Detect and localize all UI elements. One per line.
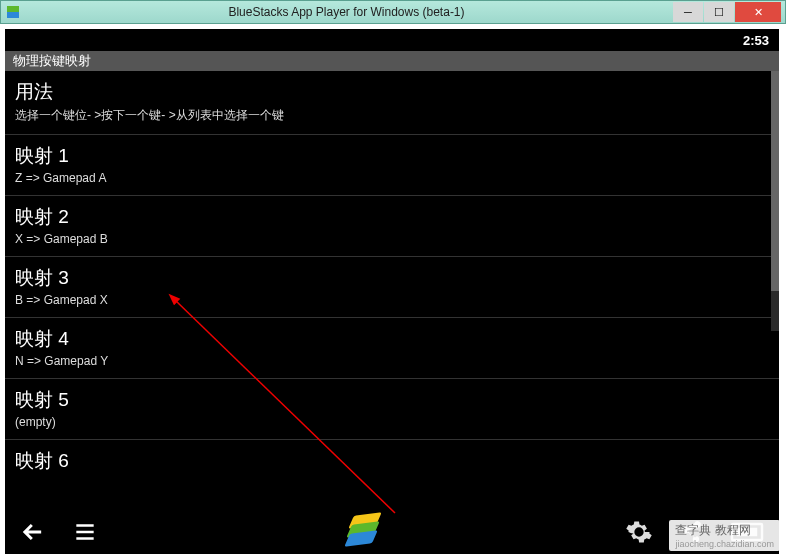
- mapping-title: 映射 2: [15, 204, 769, 230]
- mapping-row[interactable]: 映射 4 N => Gamepad Y: [5, 318, 779, 379]
- home-button[interactable]: [346, 516, 378, 548]
- close-button[interactable]: ✕: [735, 2, 781, 22]
- scrollbar[interactable]: [771, 71, 779, 331]
- mapping-title: 映射 1: [15, 143, 769, 169]
- clock: 2:53: [743, 33, 769, 48]
- mapping-title: 映射 3: [15, 265, 769, 291]
- mapping-subtitle: X => Gamepad B: [15, 232, 769, 246]
- mapping-row[interactable]: 映射 6: [5, 440, 779, 478]
- window-title: BlueStacks App Player for Windows (beta-…: [21, 5, 672, 19]
- mapping-title: 映射 4: [15, 326, 769, 352]
- usage-title: 用法: [15, 79, 769, 105]
- mapping-title: 映射 5: [15, 387, 769, 413]
- usage-item[interactable]: 用法 选择一个键位- >按下一个键- >从列表中选择一个键: [5, 71, 779, 135]
- settings-button[interactable]: [623, 516, 655, 548]
- mapping-row[interactable]: 映射 5 (empty): [5, 379, 779, 440]
- mapping-subtitle: (empty): [15, 415, 769, 429]
- section-header: 物理按键映射: [5, 51, 779, 71]
- window-titlebar: BlueStacks App Player for Windows (beta-…: [0, 0, 786, 24]
- svg-rect-1: [7, 12, 19, 18]
- mapping-list[interactable]: 用法 选择一个键位- >按下一个键- >从列表中选择一个键 映射 1 Z => …: [5, 71, 779, 509]
- menu-button[interactable]: [69, 516, 101, 548]
- bottom-toolbar: [5, 509, 779, 554]
- scrollbar-thumb[interactable]: [771, 71, 779, 291]
- mapping-row[interactable]: 映射 2 X => Gamepad B: [5, 196, 779, 257]
- watermark-text: 查字典 教程网: [675, 523, 750, 537]
- watermark: 查字典 教程网 jiaocheng.chazidian.com: [669, 520, 780, 551]
- mapping-row[interactable]: 映射 1 Z => Gamepad A: [5, 135, 779, 196]
- back-button[interactable]: [17, 516, 49, 548]
- mapping-subtitle: Z => Gamepad A: [15, 171, 769, 185]
- watermark-url: jiaocheng.chazidian.com: [675, 539, 774, 549]
- usage-subtitle: 选择一个键位- >按下一个键- >从列表中选择一个键: [15, 107, 769, 124]
- maximize-button[interactable]: ☐: [704, 2, 734, 22]
- minimize-button[interactable]: ─: [673, 2, 703, 22]
- bluestacks-logo-icon: [346, 514, 378, 550]
- window-app-icon: [5, 4, 21, 20]
- mapping-subtitle: N => Gamepad Y: [15, 354, 769, 368]
- app-shell: 2:53 物理按键映射 用法 选择一个键位- >按下一个键- >从列表中选择一个…: [5, 29, 779, 554]
- mapping-row[interactable]: 映射 3 B => Gamepad X: [5, 257, 779, 318]
- svg-rect-0: [7, 6, 19, 12]
- mapping-subtitle: B => Gamepad X: [15, 293, 769, 307]
- section-header-text: 物理按键映射: [13, 52, 91, 70]
- android-statusbar: 2:53: [5, 29, 779, 51]
- mapping-title: 映射 6: [15, 448, 769, 474]
